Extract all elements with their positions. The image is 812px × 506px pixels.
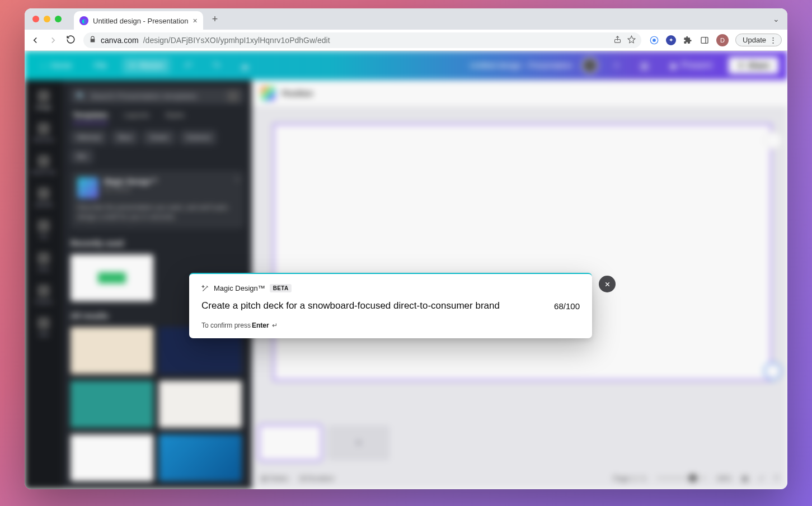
enter-key-icon: ↵: [270, 321, 278, 329]
url-path: /design/DAFjBIYsXOI/ypmhpI1xylHqnrv1oPdh…: [143, 36, 330, 45]
profile-avatar[interactable]: D: [716, 34, 729, 46]
new-tab-button[interactable]: +: [212, 13, 218, 25]
reload-icon[interactable]: [66, 35, 76, 46]
modal-close-button[interactable]: [599, 276, 616, 292]
share-url-icon[interactable]: [613, 35, 622, 45]
bookmark-icon[interactable]: [627, 35, 636, 45]
nav-forward-icon[interactable]: [48, 35, 58, 45]
extensions-puzzle-icon[interactable]: [683, 35, 693, 45]
window-maximize[interactable]: [55, 16, 62, 22]
extension-shield-icon[interactable]: [649, 35, 659, 45]
character-counter: 68/100: [554, 301, 580, 311]
modal-hint: To confirm press Enter ↵: [201, 321, 580, 329]
browser-tab[interactable]: ◐ Untitled design - Presentation ×: [74, 11, 203, 30]
window-minimize[interactable]: [44, 16, 50, 22]
url-input[interactable]: canva.com/design/DAFjBIYsXOI/ypmhpI1xylH…: [83, 32, 641, 48]
extension-round-icon[interactable]: ✦: [666, 35, 676, 45]
side-panel-icon[interactable]: [700, 35, 710, 45]
lock-icon: [89, 36, 96, 45]
modal-backdrop[interactable]: [25, 51, 787, 489]
chrome-update-button[interactable]: Update ⋮: [735, 34, 782, 46]
canva-favicon: ◐: [79, 16, 88, 25]
more-dots-icon: ⋮: [769, 36, 777, 44]
nav-back-icon[interactable]: [30, 35, 40, 45]
url-host: canva.com: [101, 36, 139, 45]
modal-title: Magic Design™: [214, 284, 265, 292]
svg-rect-3: [701, 37, 708, 43]
svg-point-2: [653, 39, 656, 41]
browser-toolbar: canva.com/design/DAFjBIYsXOI/ypmhpI1xylH…: [25, 30, 787, 51]
tab-title: Untitled design - Presentation: [93, 17, 189, 25]
update-label: Update: [743, 36, 766, 44]
magic-wand-icon: [201, 285, 209, 292]
tabs-menu-icon[interactable]: ⌄: [773, 15, 780, 23]
window-close[interactable]: [32, 16, 39, 22]
magic-prompt-input[interactable]: [201, 300, 545, 311]
tab-close-icon[interactable]: ×: [193, 16, 198, 25]
magic-design-modal: Magic Design™ BETA 68/100 To confirm pre…: [189, 273, 592, 338]
browser-tab-strip: ◐ Untitled design - Presentation × + ⌄: [25, 8, 787, 30]
beta-badge: BETA: [270, 284, 292, 292]
